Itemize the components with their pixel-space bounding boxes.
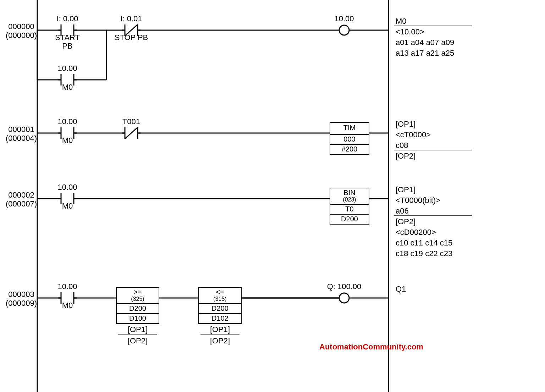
xref-line: <10.00> <box>396 27 424 36</box>
xref-line: [OP2] <box>396 151 415 160</box>
xref-line: <cT0000> <box>396 130 431 139</box>
rung-number: 000000 <box>8 22 34 31</box>
block-oplabel: [OP1] <box>210 325 230 334</box>
block-oplabel: [OP1] <box>128 325 148 334</box>
rung-subnumber: (000007) <box>6 199 37 208</box>
contact-addr: 10.00 <box>57 117 77 126</box>
svg-line-45 <box>125 127 138 139</box>
xref-line: a01 a04 a07 a09 <box>396 38 454 47</box>
block-title: TIM <box>343 124 356 132</box>
xref-line: <cD00200> <box>396 228 436 237</box>
contact-label: M0 <box>62 201 73 210</box>
block-row: 000 <box>343 135 355 143</box>
xref-line: [OP2] <box>396 217 415 226</box>
rung-subnumber: (000004) <box>6 134 37 143</box>
contact-addr: 10.00 <box>57 282 77 291</box>
svg-point-83 <box>339 293 349 303</box>
rung-number: 000002 <box>8 191 34 199</box>
block-row: D102 <box>211 314 229 322</box>
xref-line: a13 a17 a21 a25 <box>396 49 454 57</box>
svg-point-28 <box>339 25 349 35</box>
contact-label: M0 <box>62 83 73 92</box>
rung-subnumber: (000000) <box>6 31 37 40</box>
xref-line: c18 c19 c22 c23 <box>396 249 452 258</box>
block-row: D200 <box>341 215 358 223</box>
xref-line: Q1 <box>396 285 406 293</box>
xref-line: c08 <box>396 141 408 150</box>
block-title: <= <box>216 288 224 296</box>
block-row: D200 <box>129 304 146 312</box>
block-row: #200 <box>342 145 358 153</box>
block-row: T0 <box>345 205 353 213</box>
xref-line: c10 c11 c14 c15 <box>396 238 452 247</box>
contact-label: M0 <box>62 301 73 310</box>
contact-addr: I: 0.00 <box>56 14 78 23</box>
contact-label: M0 <box>62 136 73 145</box>
watermark: AutomationCommunity.com <box>319 342 423 351</box>
contact-addr: 10.00 <box>57 64 77 73</box>
block-sub: (325) <box>131 296 144 302</box>
block-sub: (315) <box>213 296 226 302</box>
contact-addr: 10.00 <box>57 183 77 192</box>
contact-label: START <box>55 33 80 42</box>
contact-addr: T001 <box>122 117 140 126</box>
rung-number: 000001 <box>8 125 34 134</box>
xref-line: [OP1] <box>396 185 415 194</box>
block-row: D100 <box>129 314 146 322</box>
xref-line: a06 <box>396 206 409 215</box>
block-oplabel: [OP2] <box>210 336 230 345</box>
rung-subnumber: (000009) <box>6 299 37 308</box>
rung-number: 000003 <box>8 290 34 299</box>
coil-addr: Q: 100.00 <box>327 282 362 291</box>
coil-addr: 10.00 <box>334 14 354 23</box>
block-oplabel: [OP2] <box>128 336 148 345</box>
block-title: BIN <box>343 189 355 197</box>
contact-label: STOP PB <box>115 33 148 42</box>
xref-line: M0 <box>396 17 407 26</box>
contact-addr: I: 0.01 <box>120 14 142 23</box>
contact-label: PB <box>62 42 72 50</box>
block-sub: (023) <box>343 197 356 203</box>
block-title: >= <box>133 288 142 296</box>
xref-line: <T0000(bit)> <box>396 196 440 205</box>
block-row: D200 <box>211 304 229 312</box>
xref-line: [OP1] <box>396 120 415 128</box>
